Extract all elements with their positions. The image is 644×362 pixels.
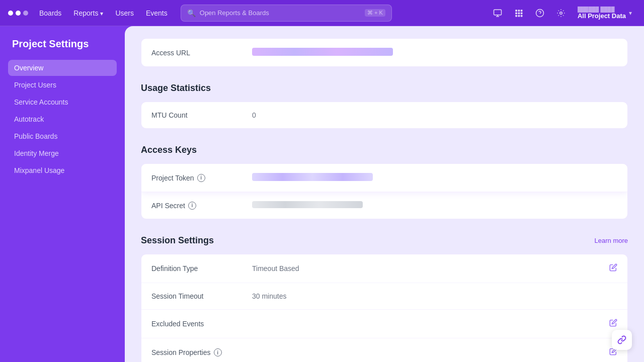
sidebar-item-mixpanel-usage[interactable]: Mixpanel Usage: [8, 162, 117, 178]
session-properties-label: Session Properties i: [151, 348, 252, 356]
search-shortcut: ⌘ + K: [365, 9, 385, 17]
link-fab-button[interactable]: [612, 330, 632, 350]
sidebar-item-identity-merge[interactable]: Identity Merge: [8, 145, 117, 161]
logo-dot-3: [23, 11, 28, 16]
nav-reports[interactable]: Reports: [68, 6, 108, 20]
logo-dot-1: [8, 11, 13, 16]
access-keys-title: Access Keys: [141, 145, 197, 155]
definition-type-row: Definition Type Timeout Based: [141, 254, 627, 283]
mtu-count-value: 0: [252, 111, 617, 119]
search-icon: 🔍: [187, 9, 196, 17]
nav-users[interactable]: Users: [110, 6, 139, 20]
excluded-events-row: Excluded Events: [141, 310, 627, 338]
activity-icon-btn[interactable]: [489, 5, 506, 22]
access-url-value: [252, 48, 617, 57]
api-secret-info-icon[interactable]: i: [188, 202, 196, 210]
project-token-blurred: [252, 173, 373, 181]
nav-right-actions: ██████ ████ All Project Data ▾: [489, 5, 636, 22]
api-secret-blurred: [252, 201, 363, 208]
mtu-count-row: MTU Count 0: [141, 102, 627, 128]
access-keys-header: Access Keys: [141, 145, 628, 155]
search-placeholder: Open Reports & Boards: [200, 9, 269, 17]
session-settings-title: Session Settings: [141, 235, 214, 246]
session-timeout-value: 30 minutes: [252, 292, 617, 300]
svg-point-11: [560, 12, 562, 14]
usage-stats-card: MTU Count 0: [141, 102, 628, 129]
project-chevron-icon: ▾: [629, 10, 632, 17]
sidebar-item-public-boards[interactable]: Public Boards: [8, 128, 117, 144]
api-secret-row: API Secret i: [141, 192, 627, 219]
usage-stats-header: Usage Statistics: [141, 83, 628, 94]
session-settings-header: Session Settings Learn more: [141, 235, 628, 246]
svg-rect-5: [518, 12, 520, 14]
nav-events[interactable]: Events: [141, 6, 173, 20]
session-properties-info-icon[interactable]: i: [214, 348, 222, 356]
project-org-name: ██████ ████: [578, 7, 626, 12]
api-secret-label: API Secret i: [151, 202, 252, 210]
project-selector[interactable]: ██████ ████ All Project Data ▾: [574, 5, 636, 22]
usage-stats-title: Usage Statistics: [141, 83, 211, 94]
svg-rect-4: [515, 12, 517, 14]
project-token-row: Project Token i: [141, 164, 627, 192]
api-secret-value: [252, 201, 617, 210]
excluded-events-edit-icon[interactable]: [609, 319, 617, 329]
app-logo[interactable]: [8, 11, 28, 16]
project-token-info-icon[interactable]: i: [197, 174, 205, 182]
mtu-count-label: MTU Count: [151, 111, 252, 119]
svg-rect-8: [518, 15, 520, 17]
access-url-label: Access URL: [151, 49, 252, 57]
nav-boards[interactable]: Boards: [34, 6, 66, 20]
settings-icon-btn[interactable]: [552, 5, 570, 22]
svg-rect-2: [518, 10, 520, 12]
svg-rect-0: [494, 10, 501, 15]
session-properties-row: Session Properties i: [141, 338, 627, 362]
access-url-card: Access URL: [141, 38, 628, 67]
project-token-label: Project Token i: [151, 174, 252, 182]
main-content: Access URL Usage Statistics MTU Count 0: [125, 26, 644, 362]
definition-type-label: Definition Type: [151, 264, 252, 273]
project-display-name: All Project Data: [578, 12, 626, 20]
apps-icon-btn[interactable]: [510, 5, 527, 22]
svg-rect-6: [521, 12, 523, 14]
reports-chevron-icon: [100, 9, 103, 17]
sidebar: Project Settings Overview Project Users …: [0, 26, 125, 362]
sidebar-item-autotrack[interactable]: Autotrack: [8, 111, 117, 127]
help-icon-btn[interactable]: [531, 5, 548, 22]
excluded-events-label: Excluded Events: [151, 320, 252, 328]
logo-dot-2: [16, 11, 21, 16]
learn-more-link[interactable]: Learn more: [595, 237, 628, 244]
session-settings-card: Definition Type Timeout Based Session Ti…: [141, 254, 628, 362]
sidebar-title: Project Settings: [8, 38, 117, 50]
access-keys-card: Project Token i API Secret i: [141, 163, 628, 219]
session-timeout-label: Session Timeout: [151, 292, 252, 300]
top-navigation: Boards Reports Users Events 🔍 Open Repor…: [0, 0, 644, 26]
global-search[interactable]: 🔍 Open Reports & Boards ⌘ + K: [181, 5, 392, 22]
definition-type-value: Timeout Based: [252, 264, 609, 273]
sidebar-item-overview[interactable]: Overview: [8, 60, 117, 76]
svg-rect-9: [521, 15, 523, 17]
svg-rect-3: [521, 10, 523, 12]
session-timeout-row: Session Timeout 30 minutes: [141, 283, 627, 310]
svg-rect-1: [515, 10, 517, 12]
main-layout: Project Settings Overview Project Users …: [0, 26, 644, 362]
sidebar-item-service-accounts[interactable]: Service Accounts: [8, 94, 117, 110]
sidebar-item-project-users[interactable]: Project Users: [8, 77, 117, 93]
project-token-value: [252, 173, 617, 183]
access-url-blurred: [252, 48, 393, 56]
access-url-row: Access URL: [141, 39, 627, 66]
definition-type-edit-icon[interactable]: [609, 263, 617, 274]
svg-rect-7: [515, 15, 517, 17]
